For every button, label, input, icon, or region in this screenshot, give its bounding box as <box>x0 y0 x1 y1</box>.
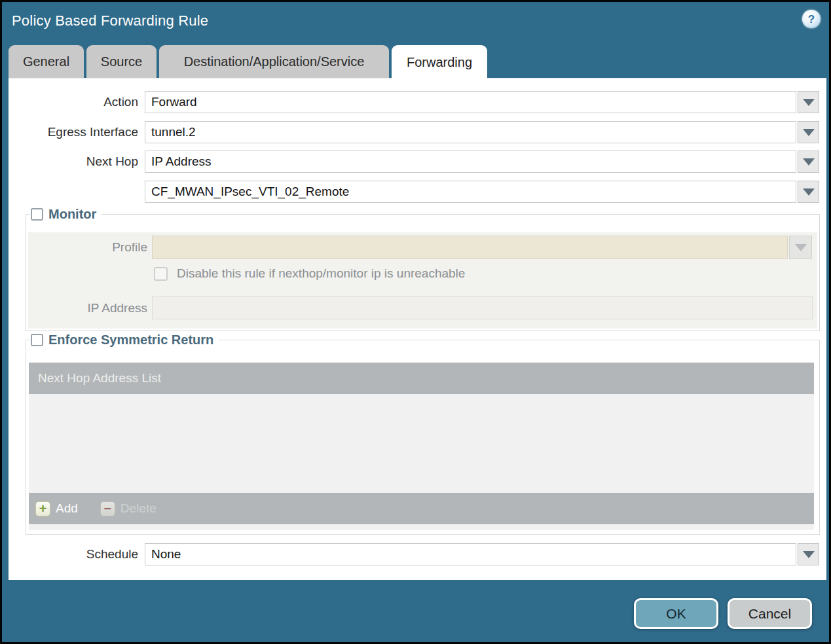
next-hop-label: Next Hop <box>9 151 138 173</box>
next-hop-type-dropdown-button[interactable] <box>798 151 819 173</box>
egress-interface-row: Egress Interface tunnel.2 <box>9 121 826 143</box>
monitor-panel: Profile Disable this rule if nexthop/mon… <box>28 232 817 329</box>
chevron-down-icon <box>803 129 815 136</box>
symmetric-return-legend: Enforce Symmetric Return <box>29 332 219 348</box>
help-glyph: ? <box>808 14 815 25</box>
disable-rule-checkbox <box>154 267 168 281</box>
next-hop-address-table: Next Hop Address List + Add − Delete <box>29 363 814 530</box>
symmetric-return-section: Enforce Symmetric Return Next Hop Addres… <box>26 340 820 535</box>
enforce-symmetric-return-checkbox[interactable] <box>31 334 43 346</box>
egress-interface-select[interactable]: tunnel.2 <box>145 121 796 143</box>
tab-source[interactable]: Source <box>86 45 157 78</box>
monitor-checkbox[interactable] <box>31 208 43 221</box>
profile-dropdown-button <box>789 236 812 259</box>
schedule-dropdown-button[interactable] <box>798 543 819 565</box>
next-hop-address-select[interactable]: CF_MWAN_IPsec_VTI_02_Remote <box>145 181 796 203</box>
policy-based-forwarding-dialog: Policy Based Forwarding Rule ? General S… <box>0 0 831 644</box>
chevron-down-icon <box>803 158 815 166</box>
plus-icon: + <box>35 501 50 516</box>
profile-select-disabled <box>152 236 788 259</box>
monitor-legend: Monitor <box>29 207 102 222</box>
tab-destination-application-service[interactable]: Destination/Application/Service <box>159 45 389 78</box>
add-button-label: Add <box>56 501 78 516</box>
next-hop-address-table-body <box>29 394 814 493</box>
next-hop-address-dropdown-button[interactable] <box>798 181 819 203</box>
next-hop-address-table-header: Next Hop Address List <box>29 363 814 394</box>
tab-general[interactable]: General <box>9 45 84 78</box>
tab-forwarding[interactable]: Forwarding <box>392 45 487 79</box>
chevron-down-icon <box>803 188 815 196</box>
help-icon[interactable]: ? <box>802 10 821 28</box>
dialog-titlebar: Policy Based Forwarding Rule ? <box>2 2 829 43</box>
monitor-ip-address-label: IP Address <box>28 301 147 315</box>
cancel-button[interactable]: Cancel <box>728 598 812 629</box>
egress-interface-label: Egress Interface <box>9 121 138 143</box>
table-header-label: Next Hop Address List <box>38 371 161 385</box>
profile-label: Profile <box>28 240 147 255</box>
chevron-down-icon <box>795 244 807 251</box>
chevron-down-icon <box>803 99 815 106</box>
monitor-ip-address-input-disabled <box>152 296 813 319</box>
minus-icon: − <box>100 501 115 516</box>
delete-button: − Delete <box>100 501 157 516</box>
add-button[interactable]: + Add <box>35 501 78 516</box>
chevron-down-icon <box>803 551 815 558</box>
delete-button-label: Delete <box>120 501 157 516</box>
action-label: Action <box>9 91 138 113</box>
schedule-select[interactable]: None <box>145 543 796 565</box>
cancel-button-label: Cancel <box>748 606 791 622</box>
tab-destination-label: Destination/Application/Service <box>184 54 365 69</box>
tab-source-label: Source <box>101 54 142 69</box>
tab-general-label: General <box>23 54 69 69</box>
table-toolbar: + Add − Delete <box>29 493 814 524</box>
symmetric-return-title: Enforce Symmetric Return <box>48 332 213 348</box>
dialog-title: Policy Based Forwarding Rule <box>12 12 208 29</box>
monitor-section: Monitor Profile Disable this rule if nex… <box>26 214 820 331</box>
monitor-title: Monitor <box>48 207 96 222</box>
ok-button-label: OK <box>666 606 686 622</box>
action-select[interactable]: Forward <box>145 91 796 113</box>
forwarding-tab-panel: Action Forward Egress Interface tunnel.2… <box>9 78 826 580</box>
schedule-row: Schedule None <box>9 543 826 565</box>
egress-interface-dropdown-button[interactable] <box>798 121 819 143</box>
disable-rule-label: Disable this rule if nexthop/monitor ip … <box>177 266 465 281</box>
next-hop-type-select[interactable]: IP Address <box>145 151 796 173</box>
tab-forwarding-label: Forwarding <box>407 55 472 70</box>
schedule-label: Schedule <box>9 543 138 565</box>
next-hop-address-row: CF_MWAN_IPsec_VTI_02_Remote <box>9 181 826 203</box>
action-dropdown-button[interactable] <box>798 91 819 113</box>
next-hop-row: Next Hop IP Address <box>9 151 826 173</box>
table-bottom-strip <box>29 524 814 530</box>
ok-button[interactable]: OK <box>634 598 718 629</box>
action-row: Action Forward <box>9 91 826 113</box>
